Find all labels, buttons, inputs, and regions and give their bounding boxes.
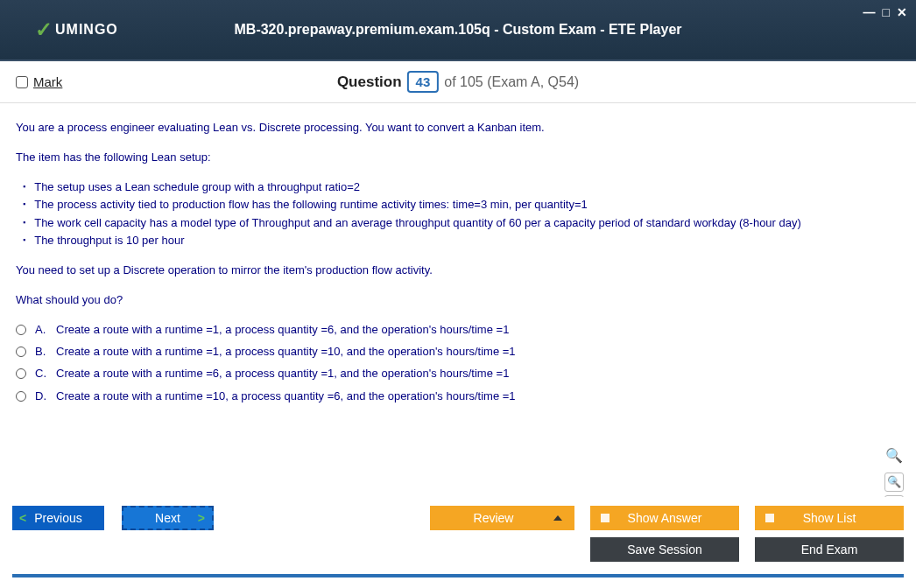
option-text: Create a route with a runtime =1, a proc… [56, 321, 509, 339]
next-label: Next [155, 511, 180, 525]
save-session-label: Save Session [627, 542, 702, 556]
show-answer-label: Show Answer [628, 511, 702, 525]
mark-checkbox[interactable] [16, 76, 28, 88]
app-logo: ✓ UMINGO [35, 18, 118, 42]
bullet-item: The work cell capacity has a model type … [23, 214, 900, 232]
option-d[interactable]: D. Create a route with a runtime =10, a … [16, 388, 900, 405]
search-icon[interactable]: 🔍 [885, 445, 903, 467]
window-title: MB-320.prepaway.premium.exam.105q - Cust… [234, 22, 681, 38]
question-header: Mark Question 43 of 105 (Exam A, Q54) [0, 61, 916, 103]
radio-icon[interactable] [16, 325, 26, 335]
checkmark-icon: ✓ [35, 18, 53, 42]
square-icon [601, 514, 609, 522]
bullet-list: The setup uses a Lean schedule group wit… [23, 178, 900, 249]
previous-label: Previous [34, 511, 81, 525]
triangle-up-icon [553, 515, 562, 521]
option-a[interactable]: A. Create a route with a runtime =1, a p… [16, 321, 900, 339]
show-list-label: Show List [803, 511, 856, 525]
review-label: Review [474, 511, 514, 525]
option-text: Create a route with a runtime =10, a pro… [56, 388, 516, 405]
option-c[interactable]: C. Create a route with a runtime =6, a p… [16, 365, 900, 382]
mark-label[interactable]: Mark [33, 74, 62, 89]
question-content: You are a process engineer evaluating Le… [0, 103, 916, 523]
question-indicator: Question 43 of 105 (Exam A, Q54) [337, 71, 579, 93]
radio-icon[interactable] [16, 368, 26, 379]
option-text: Create a route with a runtime =6, a proc… [56, 365, 509, 382]
button-row-2: Save Session End Exam [12, 537, 904, 562]
title-bar: ✓ UMINGO MB-320.prepaway.premium.exam.10… [0, 0, 916, 61]
question-number: 43 [407, 71, 440, 93]
options-list: A. Create a route with a runtime =1, a p… [16, 321, 900, 405]
maximize-icon[interactable]: □ [883, 5, 890, 19]
logo-text: UMINGO [55, 22, 118, 38]
nav-left: < Previous Next > [12, 506, 214, 530]
next-button[interactable]: Next > [122, 506, 214, 530]
zoom-in-button[interactable]: 🔍+ [884, 472, 904, 492]
previous-button[interactable]: < Previous [12, 506, 104, 530]
end-exam-button[interactable]: End Exam [755, 537, 904, 562]
intro-text-2: The item has the following Lean setup: [16, 149, 900, 166]
question-of-text: of 105 (Exam A, Q54) [444, 74, 579, 90]
bullet-item: The throughput is 10 per hour [23, 232, 900, 249]
close-icon[interactable]: ✕ [897, 5, 907, 19]
button-row-1: < Previous Next > Review Show Answer Sho… [12, 506, 904, 530]
radio-icon[interactable] [16, 346, 26, 357]
review-button[interactable]: Review [430, 506, 574, 530]
option-letter: A. [35, 321, 49, 339]
intro-text-1: You are a process engineer evaluating Le… [16, 119, 900, 136]
square-icon [765, 514, 774, 522]
bottom-separator [12, 574, 904, 578]
option-letter: B. [35, 343, 49, 360]
option-text: Create a route with a runtime =1, a proc… [56, 343, 516, 360]
need-text: You need to set up a Discrete operation … [16, 262, 900, 279]
chevron-right-icon: > [198, 511, 205, 525]
radio-icon[interactable] [16, 391, 26, 402]
show-list-button[interactable]: Show List [755, 506, 904, 530]
bottom-bar: < Previous Next > Review Show Answer Sho… [0, 497, 916, 588]
minimize-icon[interactable]: — [863, 5, 876, 19]
end-exam-label: End Exam [801, 542, 858, 556]
bullet-item: The process activity tied to production … [23, 196, 900, 214]
chevron-left-icon: < [19, 511, 26, 525]
save-session-button[interactable]: Save Session [590, 537, 739, 562]
nav-right: Review Show Answer Show List [430, 506, 904, 530]
option-letter: C. [35, 365, 49, 382]
show-answer-button[interactable]: Show Answer [590, 506, 739, 530]
option-letter: D. [35, 388, 49, 405]
option-b[interactable]: B. Create a route with a runtime =1, a p… [16, 343, 900, 360]
question-word: Question [337, 74, 402, 91]
bullet-item: The setup uses a Lean schedule group wit… [23, 178, 900, 196]
prompt-text: What should you do? [16, 291, 900, 309]
nav-right-2: Save Session End Exam [590, 537, 904, 562]
window-controls: — □ ✕ [863, 5, 907, 19]
